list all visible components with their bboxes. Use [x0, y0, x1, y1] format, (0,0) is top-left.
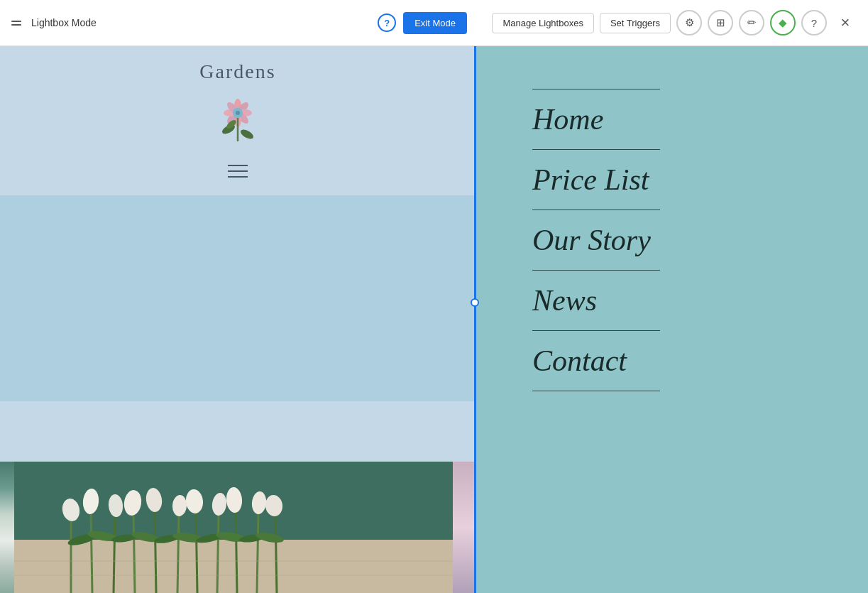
- right-image-strip: [453, 462, 476, 593]
- svg-line-34: [257, 513, 258, 593]
- tulips-svg: [14, 462, 454, 593]
- svg-point-9: [236, 111, 240, 115]
- right-toolbar: Manage Lightboxes Set Triggers ⚙ ⊞ ✏ ◆ ?…: [476, 0, 868, 46]
- nav-item-home[interactable]: Home: [532, 89, 811, 149]
- nav-item-news[interactable]: News: [532, 271, 811, 330]
- left-toolbar: Lightbox Mode ? Exit Mode: [0, 0, 476, 46]
- gear-button[interactable]: ⚙: [676, 10, 702, 36]
- site-header: Gardens: [0, 46, 476, 195]
- panel-divider: [474, 46, 476, 593]
- help-circle-button[interactable]: ?: [801, 10, 827, 36]
- manage-lightboxes-button[interactable]: Manage Lightboxes: [492, 13, 593, 33]
- diamond-button[interactable]: ◆: [770, 10, 796, 36]
- svg-rect-15: [14, 540, 454, 593]
- flowers-image-section: [0, 462, 476, 593]
- layers-button[interactable]: ⊞: [708, 10, 733, 36]
- svg-line-28: [196, 511, 197, 593]
- lightbox-mode-label: Lightbox Mode: [31, 17, 370, 28]
- nav-item-price-list[interactable]: Price List: [532, 150, 811, 210]
- blue-content-section: [0, 195, 476, 401]
- nav-item-contact[interactable]: Contact: [532, 331, 811, 391]
- svg-line-36: [275, 516, 277, 593]
- website-preview-panel: Gardens: [0, 46, 476, 593]
- pencil-button[interactable]: ✏: [739, 10, 764, 36]
- drag-handle[interactable]: [9, 18, 24, 28]
- svg-line-24: [155, 510, 156, 593]
- hamburger-menu[interactable]: [228, 165, 248, 178]
- exit-mode-button[interactable]: Exit Mode: [403, 12, 467, 34]
- pencil-icon: ✏: [747, 16, 757, 29]
- divider-handle[interactable]: [471, 298, 479, 307]
- set-triggers-button[interactable]: Set Triggers: [600, 13, 671, 33]
- close-button[interactable]: ×: [833, 10, 858, 36]
- site-title: Gardens: [199, 60, 275, 83]
- svg-line-32: [236, 510, 237, 593]
- help-circle-icon: ?: [811, 17, 817, 29]
- svg-line-30: [217, 514, 219, 593]
- svg-line-26: [177, 516, 179, 593]
- lightbox-menu-panel: Home Price List Our Story News Contact: [476, 46, 868, 593]
- flower-logo: [213, 90, 263, 147]
- help-button[interactable]: ?: [378, 13, 396, 32]
- layers-icon: ⊞: [716, 16, 725, 29]
- tulips-background: [0, 462, 476, 593]
- svg-line-18: [91, 511, 92, 593]
- diamond-icon: ◆: [779, 16, 787, 29]
- gear-icon: ⚙: [685, 16, 694, 29]
- flower-svg: [213, 90, 263, 147]
- nav-item-our-story[interactable]: Our Story: [532, 210, 811, 270]
- svg-point-12: [239, 128, 255, 141]
- navigation-menu: Home Price List Our Story News Contact: [476, 46, 868, 434]
- nav-divider-bottom: [532, 391, 660, 391]
- svg-line-22: [133, 513, 135, 593]
- svg-line-20: [114, 515, 115, 593]
